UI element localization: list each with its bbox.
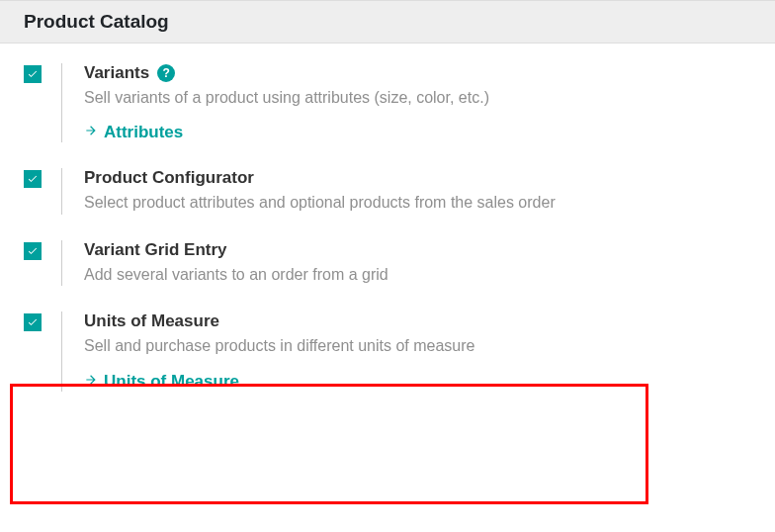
setting-title-units-of-measure: Units of Measure: [84, 311, 219, 331]
section-title: Product Catalog: [24, 11, 169, 32]
checkbox-units-of-measure[interactable]: [24, 313, 42, 331]
section-header: Product Catalog: [0, 0, 775, 44]
setting-content: Variant Grid Entry Add several variants …: [84, 240, 751, 286]
checkbox-variant-grid-entry[interactable]: [24, 242, 42, 260]
setting-content: Variants ? Sell variants of a product us…: [84, 63, 751, 142]
check-icon: [27, 316, 39, 328]
checkbox-col: [24, 240, 61, 260]
setting-row-product-configurator: Product Configurator Select product attr…: [24, 168, 751, 214]
arrow-right-icon: [84, 123, 98, 142]
setting-title-product-configurator: Product Configurator: [84, 168, 254, 188]
help-icon[interactable]: ?: [157, 64, 175, 82]
row-divider: [61, 63, 62, 142]
row-divider: [61, 168, 62, 214]
checkbox-col: [24, 311, 61, 331]
row-divider: [61, 311, 62, 391]
setting-title-variants: Variants: [84, 63, 149, 83]
link-label: Units of Measure: [104, 372, 239, 392]
setting-content: Units of Measure Sell and purchase produ…: [84, 311, 751, 391]
title-line: Units of Measure: [84, 311, 751, 331]
setting-desc-variants: Sell variants of a product using attribu…: [84, 87, 751, 109]
setting-row-units-of-measure: Units of Measure Sell and purchase produ…: [24, 311, 751, 391]
checkbox-variants[interactable]: [24, 65, 42, 83]
arrow-right-icon: [84, 372, 98, 392]
title-line: Variants ?: [84, 63, 751, 83]
setting-link-row: Units of Measure: [84, 372, 751, 392]
setting-title-variant-grid-entry: Variant Grid Entry: [84, 240, 227, 260]
setting-desc-product-configurator: Select product attributes and optional p…: [84, 192, 751, 214]
checkbox-product-configurator[interactable]: [24, 170, 42, 188]
title-line: Variant Grid Entry: [84, 240, 751, 260]
setting-desc-variant-grid-entry: Add several variants to an order from a …: [84, 264, 751, 286]
setting-desc-units-of-measure: Sell and purchase products in different …: [84, 335, 751, 357]
title-line: Product Configurator: [84, 168, 751, 188]
setting-row-variant-grid-entry: Variant Grid Entry Add several variants …: [24, 240, 751, 286]
row-divider: [61, 240, 62, 286]
setting-row-variants: Variants ? Sell variants of a product us…: [24, 63, 751, 142]
checkbox-col: [24, 63, 61, 83]
link-units-of-measure[interactable]: Units of Measure: [84, 372, 239, 392]
checkbox-col: [24, 168, 61, 188]
check-icon: [27, 173, 39, 185]
setting-link-row: Attributes: [84, 123, 751, 142]
settings-body: Variants ? Sell variants of a product us…: [0, 44, 775, 411]
check-icon: [27, 245, 39, 257]
link-attributes[interactable]: Attributes: [84, 123, 183, 142]
check-icon: [27, 68, 39, 80]
link-label: Attributes: [104, 123, 183, 142]
setting-content: Product Configurator Select product attr…: [84, 168, 751, 214]
